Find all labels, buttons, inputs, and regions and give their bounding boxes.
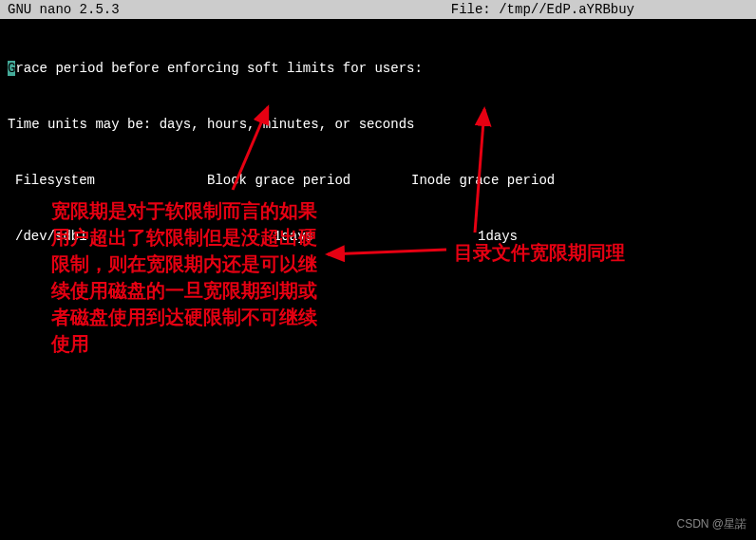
- watermark: CSDN @星諾: [676, 516, 747, 532]
- header-inode-grace: Inode grace period: [411, 172, 601, 191]
- editor-titlebar: GNU nano 2.5.3 File: /tmp//EdP.aYRBbuy: [0, 0, 756, 19]
- grace-period-heading: Grace period before enforcing soft limit…: [8, 60, 748, 79]
- header-filesystem: Filesystem: [8, 172, 207, 191]
- app-name: GNU nano 2.5.3: [8, 0, 120, 19]
- annotation-right: 目录文件宽限期同理: [454, 239, 691, 266]
- file-path: File: /tmp//EdP.aYRBbuy: [451, 0, 748, 19]
- column-headers: Filesystem Block grace period Inode grac…: [8, 172, 748, 191]
- time-units-info: Time units may be: days, hours, minutes,…: [8, 116, 748, 135]
- header-block-grace: Block grace period: [207, 172, 411, 191]
- annotation-left: 宽限期是对于软限制而言的如果用户超出了软限制但是没超出硬限制，则在宽限期内还是可…: [51, 197, 317, 357]
